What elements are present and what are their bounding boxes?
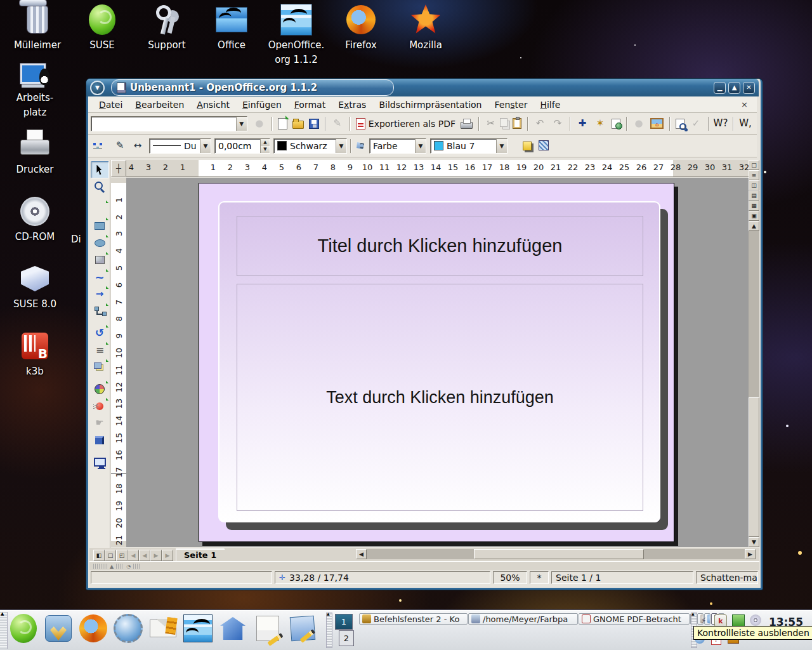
shadow-toggle-icon[interactable]: [521, 141, 536, 152]
drawing-view-button[interactable]: □: [749, 160, 759, 170]
arrange-icon[interactable]: [91, 359, 109, 376]
url-combobox[interactable]: ▼: [91, 116, 247, 131]
select-icon[interactable]: [91, 161, 109, 178]
zoom-icon[interactable]: [673, 117, 687, 131]
launcher-kwrite[interactable]: [288, 614, 317, 643]
document-close-icon[interactable]: ×: [737, 100, 752, 109]
gallery-icon[interactable]: [648, 116, 666, 131]
url-dropdown-arrow[interactable]: ▼: [236, 117, 247, 131]
pager-desktop-1[interactable]: 1: [335, 614, 353, 630]
spellcheck-icon[interactable]: ✓: [687, 116, 705, 132]
opt-circle-icon[interactable]: ◔: [126, 564, 131, 569]
edit-file-icon[interactable]: ✎: [329, 116, 346, 132]
help-agent-w1-icon[interactable]: W?: [712, 116, 730, 132]
desktop-icon-office[interactable]: Office: [199, 4, 264, 68]
kscd-tray-icon[interactable]: [750, 614, 761, 626]
launcher-konqueror[interactable]: [114, 614, 143, 643]
desktop-icon-suse-8-0[interactable]: SUSE 8.0: [6, 263, 63, 322]
start-show-button[interactable]: ▣: [749, 211, 759, 221]
autopilot-icon[interactable]: ✶: [591, 116, 609, 132]
desktop-icon-suse[interactable]: SUSE: [70, 4, 134, 68]
line-color-combo[interactable]: Schwarz ▼: [273, 138, 347, 154]
handout-view-button[interactable]: ▦: [749, 201, 759, 211]
last-page-button[interactable]: ▶: [162, 550, 173, 561]
redo-icon[interactable]: ↷: [549, 116, 566, 132]
save-document-icon[interactable]: [306, 117, 322, 131]
opt-triangle-icon[interactable]: ▲: [110, 564, 114, 569]
fill-color-arrow[interactable]: ▼: [496, 139, 507, 153]
first-page-button[interactable]: ◀: [128, 550, 139, 561]
launcher-firefox[interactable]: [79, 614, 108, 643]
hyperlink-icon[interactable]: [609, 117, 623, 131]
desktop-icon-k3b[interactable]: k3b: [6, 330, 63, 389]
desktop-icon-mozilla[interactable]: Mozilla: [393, 4, 458, 68]
menu-format[interactable]: Format: [289, 98, 331, 111]
zoom-tool-icon[interactable]: [91, 178, 109, 196]
mode-layer-button[interactable]: ◰: [116, 550, 128, 561]
fill-color-combo[interactable]: Blau 7 ▼: [430, 138, 508, 154]
help-agent-w2-icon[interactable]: W,: [737, 116, 754, 132]
page-tab[interactable]: Seite 1: [176, 548, 233, 561]
korganizer-tray-icon[interactable]: k: [714, 614, 727, 627]
menu-ansicht[interactable]: Ansicht: [191, 98, 235, 111]
mode-page-button[interactable]: □: [105, 550, 116, 561]
pager-handle[interactable]: [326, 613, 332, 648]
desktop-icon-arbeitsplatz[interactable]: Arbeits- platz: [6, 61, 63, 120]
minimize-button[interactable]: ▁: [714, 82, 726, 94]
scroll-up-button[interactable]: ▲: [749, 221, 759, 231]
titlebar[interactable]: ▼ Unbenannt1 - OpenOffice.org 1.1.2 ▁ ▲ …: [86, 79, 759, 96]
vertical-ruler[interactable]: 123456789101112131415161718192021: [111, 178, 127, 547]
vscroll-thumb[interactable]: [749, 397, 759, 537]
launcher-kde-shell[interactable]: [44, 614, 73, 643]
presentation-styles-icon[interactable]: [536, 138, 551, 152]
copy-icon[interactable]: [500, 119, 510, 129]
scroll-right-button[interactable]: ▶: [745, 549, 756, 559]
menu-hilfe[interactable]: Hilfe: [534, 98, 566, 111]
prev-page-button[interactable]: ◀: [139, 550, 150, 561]
mode-insert-button[interactable]: ◧: [93, 550, 105, 561]
rectangle-tool-icon[interactable]: [91, 217, 109, 234]
vertical-scrollbar[interactable]: □≡◫▤▦▣▲ ▼: [749, 160, 759, 547]
status-page[interactable]: Seite 1 / 1: [551, 571, 693, 584]
fill-type-arrow[interactable]: ▼: [415, 139, 426, 153]
lines-arrows-icon[interactable]: →: [91, 286, 109, 303]
effects-icon[interactable]: [91, 397, 109, 415]
record-icon[interactable]: ●: [630, 116, 648, 132]
navigator-icon[interactable]: ✚: [573, 116, 591, 132]
launcher-kmail[interactable]: [148, 614, 178, 643]
paste-icon[interactable]: [510, 116, 524, 131]
menu-extras[interactable]: Extras: [332, 98, 372, 111]
width-down[interactable]: ▼: [261, 146, 270, 153]
desktop-icon-support[interactable]: Support: [134, 4, 199, 68]
stop-loading-icon[interactable]: ●: [251, 116, 268, 132]
pager-desktop-2[interactable]: 2: [339, 630, 354, 646]
slide-canvas[interactable]: Titel durch Klicken hinzufügen Text durc…: [126, 178, 750, 547]
line-style-arrow[interactable]: ▼: [200, 139, 211, 153]
status-zoom[interactable]: 50%: [493, 571, 527, 584]
panel-hide-handle[interactable]: [0, 612, 8, 649]
horizontal-ruler[interactable]: 4321123456789101112131415161718192021222…: [126, 160, 750, 177]
status-page-style[interactable]: Schatten-magenta: [696, 571, 758, 584]
start-presentation-icon[interactable]: [91, 453, 109, 470]
launcher-suse-menu[interactable]: [9, 614, 38, 643]
slides-view-button[interactable]: ◫: [749, 180, 759, 190]
notes-view-button[interactable]: ▤: [749, 190, 759, 201]
3d-controller-icon[interactable]: [91, 432, 109, 449]
cut-icon[interactable]: ✂: [482, 116, 500, 132]
undo-icon[interactable]: ↶: [531, 116, 549, 132]
width-up[interactable]: ▲: [261, 139, 270, 146]
alignment-icon[interactable]: ≡: [91, 342, 109, 359]
line-style-combo[interactable]: Du ▼: [149, 138, 211, 154]
scroll-left-button[interactable]: ◀: [356, 549, 367, 559]
ruler-origin[interactable]: ┼: [111, 160, 126, 176]
next-page-button[interactable]: ▶: [150, 550, 162, 561]
line-icon[interactable]: ✎: [111, 138, 129, 154]
desktop-icon-drucker[interactable]: Drucker: [6, 128, 63, 187]
open-document-icon[interactable]: [290, 116, 306, 131]
print-icon[interactable]: [458, 116, 475, 131]
line-width-spinner[interactable]: 0,00cm ▲▼: [214, 138, 270, 154]
menu-fenster[interactable]: Fenster: [488, 98, 533, 111]
title-placeholder[interactable]: Titel durch Klicken hinzufügen: [237, 216, 643, 276]
klipper-tray-icon[interactable]: ⚡: [698, 614, 709, 626]
desktop-icon-muelleimer[interactable]: Mülleimer: [5, 4, 70, 68]
